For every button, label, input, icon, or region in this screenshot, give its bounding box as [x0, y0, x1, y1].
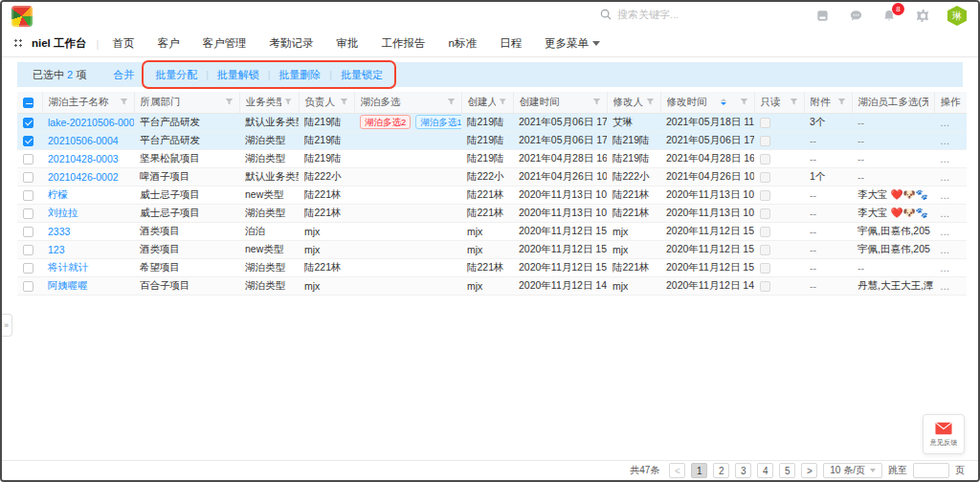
filter-icon[interactable] [447, 98, 456, 106]
nav-item-n标准[interactable]: n标准 [449, 36, 477, 51]
page-button-1[interactable]: 1 [691, 463, 707, 478]
merge-button[interactable]: 合并 [113, 68, 134, 82]
page-button-3[interactable]: 3 [735, 463, 751, 478]
cell-creator: 陆222小 [461, 167, 513, 186]
record-link[interactable]: 将计就计 [48, 261, 88, 273]
row-actions-button[interactable]: … [940, 226, 951, 237]
top-bar: 8 琳 [2, 2, 978, 31]
nav-item-日程[interactable]: 日程 [500, 36, 522, 51]
filter-icon[interactable] [499, 98, 506, 106]
filter-icon[interactable] [225, 98, 234, 106]
notebook-icon[interactable] [813, 8, 831, 25]
prev-page-button[interactable]: < [669, 463, 685, 478]
batch-action-button[interactable]: 批量删除 [278, 68, 321, 82]
cell-creator: 陆219陆 [461, 149, 513, 167]
row-checkbox[interactable] [23, 263, 33, 274]
feedback-button[interactable]: 意见反馈 [923, 414, 965, 454]
cell-type: 默认业务类型 [239, 167, 299, 186]
cell-attach: -- [804, 149, 852, 167]
cell-ops: … [934, 167, 967, 186]
gear-icon[interactable] [914, 8, 931, 25]
nav-item-审批[interactable]: 审批 [337, 36, 359, 51]
cell-attach: -- [804, 258, 852, 276]
row-checkbox[interactable] [23, 208, 33, 219]
row-checkbox[interactable] [23, 227, 33, 237]
jump-page-input[interactable] [913, 463, 949, 478]
nav-item-客户管理[interactable]: 客户管理 [203, 36, 247, 51]
user-avatar[interactable]: 琳 [947, 6, 967, 26]
batch-action-button[interactable]: 批量解锁 [217, 68, 259, 82]
record-link[interactable]: 刘拉拉 [48, 207, 78, 218]
record-link[interactable]: 柠檬 [48, 188, 68, 200]
next-page-button[interactable]: > [801, 463, 817, 478]
cell-creator: 陆219陆 [461, 131, 513, 149]
filter-icon[interactable] [340, 98, 348, 106]
record-link[interactable]: 阿姨喔喔 [48, 279, 88, 291]
row-checkbox[interactable] [23, 281, 33, 292]
row-checkbox[interactable] [23, 118, 33, 128]
record-link[interactable]: 20210428-0003 [48, 153, 119, 164]
row-checkbox[interactable] [23, 245, 33, 255]
nav-item-首页[interactable]: 首页 [113, 36, 135, 51]
record-link[interactable]: 2333 [48, 226, 70, 237]
workspace-title[interactable]: niel 工作台 [32, 36, 87, 51]
filter-icon[interactable] [740, 98, 748, 106]
filter-icon[interactable] [592, 98, 601, 106]
chevron-down-icon [870, 469, 876, 472]
filter-icon[interactable] [646, 98, 655, 106]
bell-icon[interactable]: 8 [880, 8, 898, 25]
nav-item-客户[interactable]: 客户 [158, 36, 180, 51]
cell-created: 2020年11月13日 10:31 [513, 186, 607, 204]
row-checkbox[interactable] [23, 154, 33, 164]
app-window: 8 琳 niel 工作台 | 首页客户客户管理考勤记录审批工作报告n标准日程 更… [0, 0, 980, 482]
column-label: 创建人 [468, 96, 497, 109]
row-checkbox[interactable] [23, 172, 33, 183]
row-actions-button[interactable]: … [940, 262, 951, 274]
chat-icon[interactable] [847, 8, 864, 25]
row-actions-button[interactable]: … [940, 171, 951, 183]
cell-modified: 2020年11月12日 15:15 [660, 258, 754, 276]
nav-item-工作报告[interactable]: 工作报告 [382, 36, 426, 51]
search-input[interactable] [617, 9, 742, 20]
row-actions-button[interactable]: … [940, 117, 951, 128]
record-link[interactable]: 123 [48, 244, 65, 255]
page-button-5[interactable]: 5 [779, 463, 795, 478]
tag-blue[interactable]: 湖泊多选1 [415, 115, 461, 129]
row-actions-button[interactable]: … [940, 135, 951, 146]
page-button-2[interactable]: 2 [713, 463, 729, 478]
sort-icon[interactable] [721, 99, 726, 105]
nav-items: 首页客户客户管理考勤记录审批工作报告n标准日程 [113, 36, 522, 51]
nav-more-menu[interactable]: 更多菜单 [545, 36, 600, 51]
row-actions-button[interactable]: … [940, 208, 951, 219]
filter-icon[interactable] [120, 98, 128, 106]
row-actions-button[interactable]: … [940, 280, 951, 292]
row-checkbox[interactable] [23, 190, 33, 201]
batch-action-button[interactable]: 批量锁定 [341, 68, 383, 82]
cell-name: 20210428-0003 [42, 149, 134, 167]
panel-expander[interactable]: » [1, 314, 12, 337]
apps-grid-icon[interactable] [13, 38, 24, 49]
filter-icon[interactable] [837, 98, 846, 106]
nav-item-考勤记录[interactable]: 考勤记录 [270, 36, 314, 51]
row-actions-button[interactable]: … [940, 153, 951, 164]
app-logo[interactable] [11, 6, 33, 27]
filter-icon[interactable] [284, 98, 292, 106]
pagination-bar: 共47条 < 12345 > 10 条/页 跳至 页 [2, 460, 978, 480]
row-actions-button[interactable]: … [940, 244, 951, 255]
tag-red[interactable]: 湖泊多选2 [360, 115, 411, 129]
record-link[interactable]: 20210506-0004 [48, 135, 119, 146]
readonly-checkbox [760, 172, 770, 183]
column-header-modifier: 修改人 [607, 92, 660, 113]
cell-staff: 宇佩,田嘉伟,205 [852, 222, 934, 240]
record-link[interactable]: lake-20210506-0005 [48, 117, 134, 128]
batch-action-button[interactable]: 批量分配 [155, 68, 197, 82]
record-link[interactable]: 20210426-0002 [48, 171, 119, 183]
row-checkbox[interactable] [23, 136, 33, 146]
page-size-select[interactable]: 10 条/页 [823, 463, 882, 478]
page-button-4[interactable]: 4 [757, 463, 773, 478]
page-size-value: 10 条/页 [830, 464, 865, 477]
readonly-checkbox [760, 136, 770, 146]
filter-icon[interactable] [790, 98, 798, 106]
row-actions-button[interactable]: … [940, 189, 951, 201]
select-all-checkbox[interactable] [23, 98, 33, 108]
